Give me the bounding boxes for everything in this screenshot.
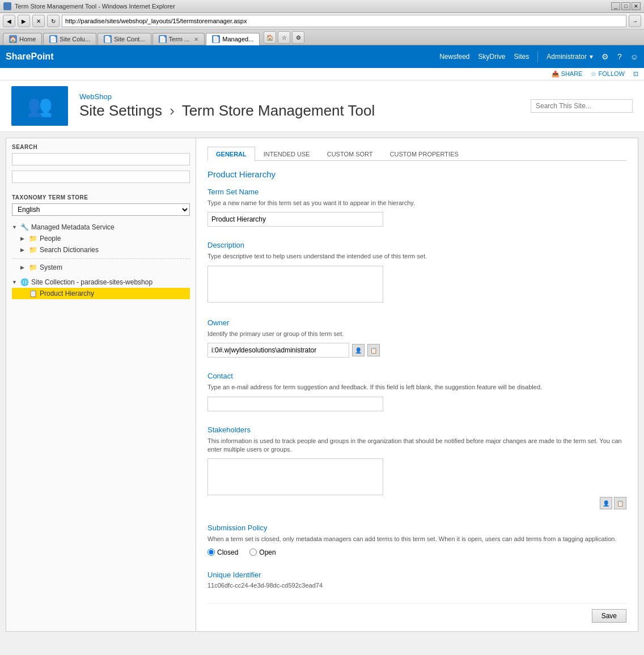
tab-site-col-label: Site Colu...	[60, 36, 90, 42]
tab-custom-props[interactable]: CUSTOM PROPERTIES	[382, 147, 467, 161]
tree-label-product-hierarchy: Product Hierarchy	[40, 290, 94, 297]
stakeholders-people-btn[interactable]: 👤	[600, 497, 612, 509]
go-button[interactable]: →	[629, 15, 641, 27]
search-section: SEARCH	[12, 144, 190, 186]
star-icon-btn[interactable]: ☆	[278, 31, 290, 44]
tab-site-columns[interactable]: 📄 Site Colu...	[43, 33, 96, 45]
stop-button[interactable]: ✕	[32, 15, 45, 27]
nav-skydrive[interactable]: SkyDrive	[478, 53, 506, 61]
field-term-set-name: Term Set Name Type a new name for this t…	[207, 188, 626, 227]
right-panel: GENERAL INTENDED USE CUSTOM SORT CUSTOM …	[196, 138, 638, 631]
admin-menu[interactable]: Administrator ▾	[546, 53, 593, 61]
field-description: Description Type descriptive text to hel…	[207, 241, 626, 304]
forward-button[interactable]: ▶	[18, 15, 30, 27]
submission-policy-desc: When a term set is closed, only metadata…	[207, 535, 626, 543]
term-set-name-label: Term Set Name	[207, 188, 626, 196]
radio-open[interactable]: Open	[249, 548, 276, 556]
field-contact: Contact Type an e-mail address for term …	[207, 372, 626, 411]
site-logo: 👥	[11, 86, 68, 126]
tree-item-product-hierarchy[interactable]: 📋 Product Hierarchy	[12, 288, 190, 299]
tab-term[interactable]: 📄 Term ... ✕	[152, 33, 205, 45]
focus-link[interactable]: ⊡	[633, 70, 638, 78]
field-stakeholders: Stakeholders This information is used to…	[207, 426, 626, 510]
browser-controls[interactable]: _ □ ✕	[611, 2, 641, 10]
browser-title: Term Store Management Tool - Windows Int…	[15, 3, 608, 10]
refresh-button[interactable]: ↻	[47, 15, 60, 27]
tab-site-content[interactable]: 📄 Site Cont...	[98, 33, 151, 45]
maximize-button[interactable]: □	[621, 2, 630, 10]
tab-custom-props-label: CUSTOM PROPERTIES	[390, 151, 459, 158]
tree-item-site-collection[interactable]: ▼ 🌐 Site Collection - paradise-sites-web…	[12, 277, 190, 288]
tab-home[interactable]: 🏠 Home	[3, 33, 42, 45]
owner-input[interactable]	[207, 343, 349, 358]
search-input[interactable]	[12, 153, 190, 165]
admin-arrow: ▾	[590, 53, 593, 61]
unique-id-label: Unique Identifier	[207, 571, 626, 579]
settings-icon-btn[interactable]: ⚙	[292, 31, 304, 44]
back-button[interactable]: ◀	[3, 15, 15, 27]
breadcrumb[interactable]: WebShop	[79, 92, 112, 101]
help-icon[interactable]: ?	[617, 52, 622, 61]
stakeholders-browse-btn[interactable]: 📋	[614, 497, 626, 509]
close-button[interactable]: ✕	[632, 2, 641, 10]
tree-label-system: System	[40, 263, 62, 271]
tree-item-system[interactable]: ▶ 📁 System	[12, 262, 190, 273]
tree-item-managed-metadata[interactable]: ▼ 🔧 Managed Metadata Service	[12, 222, 190, 233]
tree-arrow-system: ▶	[20, 265, 26, 270]
managed-tab-icon: 📄	[212, 35, 220, 43]
nav-sites[interactable]: Sites	[514, 53, 529, 61]
search-input-2[interactable]	[12, 171, 190, 183]
owner-browse-btn[interactable]: 📋	[367, 344, 380, 356]
tree-arrow: ▼	[12, 224, 18, 230]
owner-people-picker-btn[interactable]: 👤	[352, 344, 365, 356]
stakeholders-textarea[interactable]	[207, 458, 383, 495]
admin-label: Administrator	[546, 53, 587, 61]
tab-custom-sort[interactable]: CUSTOM SORT	[319, 147, 382, 161]
owner-label: Owner	[207, 318, 626, 327]
tab-intended-use[interactable]: INTENDED USE	[255, 147, 319, 161]
tab-managed[interactable]: 📄 Managed...	[206, 33, 260, 45]
radio-open-label: Open	[259, 548, 276, 556]
tree-item-search-dict[interactable]: ▶ 📁 Search Dictionaries	[12, 244, 190, 256]
description-label: Description	[207, 241, 626, 249]
site-col-tab-icon: 📄	[49, 35, 57, 43]
field-unique-id: Unique Identifier 11c06dfc-cc24-4e3d-98d…	[207, 571, 626, 589]
site-search-area	[531, 99, 633, 113]
description-textarea[interactable]	[207, 266, 383, 303]
managed-metadata-icon: 🔧	[20, 223, 29, 232]
term-set-name-input[interactable]	[207, 212, 383, 227]
address-bar[interactable]	[62, 15, 626, 27]
term-tab-icon: 📄	[159, 35, 167, 43]
settings-icon[interactable]: ⚙	[601, 52, 609, 61]
home-icon-btn[interactable]: 🏠	[264, 31, 276, 44]
radio-closed-input[interactable]	[207, 548, 215, 556]
tree-label-search-dict: Search Dictionaries	[40, 246, 99, 254]
site-logo-icon: 👥	[27, 94, 53, 118]
share-link[interactable]: 📤 SHARE	[552, 70, 583, 78]
tree-arrow-people: ▶	[20, 236, 26, 241]
tab-general[interactable]: GENERAL	[207, 147, 255, 161]
site-search-input[interactable]	[531, 99, 633, 113]
description-desc: Type descriptive text to help users unde…	[207, 252, 626, 261]
field-submission-policy: Submission Policy When a term set is clo…	[207, 524, 626, 556]
site-collection-icon: 🌐	[20, 278, 29, 287]
tab-general-label: GENERAL	[216, 151, 247, 158]
tree-label-managed-metadata: Managed Metadata Service	[31, 223, 115, 231]
tree-item-people[interactable]: ▶ 📁 People	[12, 233, 190, 244]
minimize-button[interactable]: _	[611, 2, 620, 10]
main-content: SEARCH TAXONOMY TERM STORE English ▼ 🔧 M…	[6, 138, 638, 632]
share-icon[interactable]: ☺	[630, 52, 638, 61]
search-dict-icon: 📁	[28, 245, 37, 254]
language-select[interactable]: English	[12, 203, 190, 216]
save-button[interactable]: Save	[592, 609, 626, 623]
taxonomy-label: TAXONOMY TERM STORE	[12, 194, 190, 201]
contact-input[interactable]	[207, 397, 383, 411]
submission-policy-label: Submission Policy	[207, 524, 626, 532]
radio-closed[interactable]: Closed	[207, 548, 238, 556]
nav-newsfeed[interactable]: Newsfeed	[439, 53, 469, 61]
radio-open-input[interactable]	[249, 548, 257, 556]
contact-desc: Type an e-mail address for term suggesti…	[207, 383, 626, 392]
term-tab-close[interactable]: ✕	[194, 36, 198, 42]
follow-link[interactable]: ☆ FOLLOW	[591, 70, 625, 78]
submission-policy-options: Closed Open	[207, 548, 626, 556]
